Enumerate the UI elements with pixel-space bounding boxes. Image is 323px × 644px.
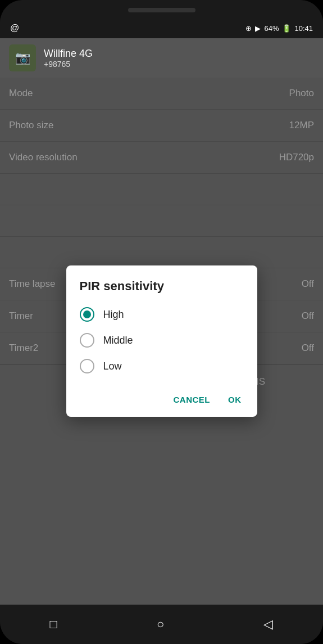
radio-option-middle[interactable]: Middle	[80, 333, 244, 348]
wifi-icon: ⊕	[245, 24, 252, 33]
radio-label-middle: Middle	[103, 335, 133, 346]
nav-bar: □ ○ ◁	[0, 605, 323, 644]
nav-square-icon[interactable]: □	[50, 617, 57, 632]
app-name: Willfine 4G	[44, 48, 93, 60]
radio-label-high: High	[103, 309, 124, 321]
pir-sensitivity-dialog: PIR sensitivity High Middle Low C	[66, 265, 257, 417]
dialog-cancel-button[interactable]: CANCEL	[171, 391, 213, 408]
settings-wrapper: Mode Photo Photo size 12MP Video resolut…	[0, 78, 323, 605]
dialog-overlay: PIR sensitivity High Middle Low C	[0, 78, 323, 605]
dialog-actions: CANCEL OK	[80, 387, 244, 408]
app-icon: 📷	[9, 44, 36, 71]
dialog-ok-button[interactable]: OK	[226, 391, 244, 408]
status-right: ⊕ ▶ 64% 🔋 10:41	[245, 24, 313, 33]
app-header: 📷 Willfine 4G +98765	[0, 38, 323, 78]
signal-icon: ▶	[255, 24, 261, 33]
nav-circle-icon[interactable]: ○	[157, 617, 164, 632]
radio-label-low: Low	[103, 361, 122, 372]
radio-circle-high	[80, 307, 94, 322]
app-number: +98765	[44, 60, 93, 69]
battery-percent: 64%	[264, 24, 279, 33]
radio-circle-low	[80, 359, 94, 373]
app-title: Willfine 4G +98765	[44, 48, 93, 69]
battery-icon: 🔋	[282, 24, 291, 33]
nav-back-icon[interactable]: ◁	[263, 617, 273, 632]
phone-frame: @ ⊕ ▶ 64% 🔋 10:41 📷 Willfine 4G +98765 M…	[0, 0, 323, 644]
radio-option-high[interactable]: High	[80, 307, 244, 322]
status-bar: @ ⊕ ▶ 64% 🔋 10:41	[0, 18, 323, 38]
radio-option-low[interactable]: Low	[80, 359, 244, 373]
radio-circle-middle	[80, 333, 94, 348]
time-display: 10:41	[294, 24, 313, 33]
at-symbol: @	[10, 23, 19, 33]
dialog-title: PIR sensitivity	[80, 279, 244, 294]
speaker	[128, 8, 195, 12]
camera-emoji: 📷	[15, 51, 30, 65]
